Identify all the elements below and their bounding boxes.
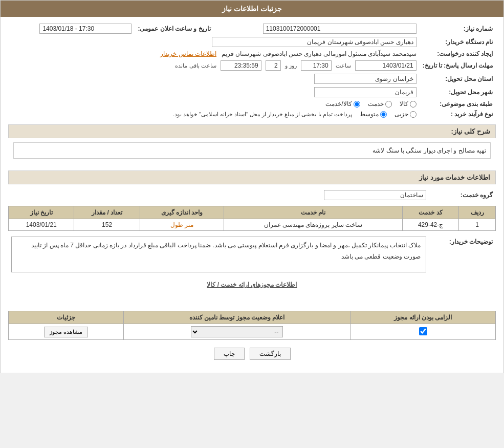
service-code: ج-42-429 (402, 219, 459, 231)
bottom-buttons: بازگشت چاپ (8, 348, 496, 360)
col-qty: تعداد / مقدار (74, 206, 140, 219)
col-unit: واحد اندازه گیری (140, 206, 224, 219)
purchase-type-jozi[interactable]: جزیی (395, 111, 417, 118)
perm-col-required: الزامی بودن ارائه مجوز (350, 311, 495, 324)
buyer-org-label: نام دستگاه خریدار: (420, 35, 496, 49)
deadline-days-display: 2 (266, 60, 281, 71)
category-kala-khedmat-label: کالا/خدمت (325, 100, 352, 108)
col-row: ردیف (459, 206, 496, 219)
need-description-container: تهیه مصالح و اجرای دیوار سنگی با سنگ لاش… (8, 142, 496, 165)
category-option-kala-khedmat[interactable]: کالا/خدمت (325, 100, 360, 108)
delivery-city-display: فریمان (314, 87, 417, 97)
delivery-city-label: شهر محل تحویل: (420, 86, 496, 99)
announce-date-display: 1403/01/18 - 17:30 (39, 24, 132, 34)
category-kala-label: کالا (400, 100, 408, 108)
need-number-value: 1103100172000001 (214, 22, 420, 35)
perm-required-checkbox[interactable] (419, 327, 427, 335)
perm-required-cell (350, 324, 495, 340)
category-options: کالا خدمت کالا/خدمت (11, 100, 417, 108)
creator-text: سیدمحمد سیدآبادی مسئول امورمالی دهیاری ح… (222, 50, 417, 57)
category-label: طبقه بندی موضوعی: (420, 99, 496, 109)
delivery-city-value: فریمان (8, 86, 420, 99)
need-description-section-title: شرح کلی نیاز: (8, 124, 496, 138)
purchase-type-value: جزیی متوسط پرداخت تمام یا بخشی از مبلغ خ… (8, 109, 420, 119)
purchase-type-options: جزیی متوسط پرداخت تمام یا بخشی از مبلغ خ… (11, 111, 417, 118)
buyer-org-value: دهیاری حسن ابادصوفی شهرستان فریمان (8, 35, 420, 49)
buyer-notes-table: توضیحات خریدار: ملاک انتخاب پیمانکار تکم… (8, 235, 496, 274)
service-group-display: ساختمان (324, 190, 426, 200)
perm-col-status: اعلام وضعیت مجوز توسط نامین کننده (123, 311, 350, 324)
purchase-type-label: نوع فرآیند خرید : (420, 109, 496, 119)
deadline-remaining-display: 23:35:59 (221, 60, 261, 71)
purchase-type-motavasset[interactable]: متوسط (360, 111, 387, 118)
deadline-time-label: ساعت (336, 62, 351, 69)
need-number-display: 1103100172000001 (263, 24, 417, 34)
remaining-label: ساعت باقی مانده (175, 62, 216, 69)
delivery-province-label: استان محل تحویل: (420, 72, 496, 86)
purchase-type-radio-motavasset[interactable] (380, 111, 387, 118)
services-section-title: اطلاعات خدمات مورد نیاز (8, 170, 496, 184)
permissions-section-title: اطلاعات مجوزهای ارائه خدمت / کالا (8, 278, 496, 291)
category-radio-kala[interactable] (410, 101, 417, 108)
buyer-notes-value: ملاک انتخاب پیمانکار تکمیل ،مهر و امضا و… (8, 235, 429, 274)
page-title: جزئیات اطلاعات نیاز (222, 5, 282, 13)
perm-details-cell: مشاهده مجوز (9, 324, 124, 340)
category-khedmat-label: خدمت (368, 100, 384, 108)
creator-value: سیدمحمد سیدآبادی مسئول امورمالی دهیاری ح… (8, 49, 420, 59)
category-radio-khedmat[interactable] (385, 101, 392, 108)
basic-info-table: شماره نیاز: 1103100172000001 تاریخ و ساع… (8, 22, 496, 119)
back-button[interactable]: بازگشت (250, 348, 291, 360)
service-date: 1403/01/21 (9, 219, 74, 231)
deadline-row: 1403/01/21 ساعت 17:30 روز و 2 23:35:59 س… (8, 59, 420, 72)
service-qty: 152 (74, 219, 140, 231)
page-wrapper: جزئیات اطلاعات نیاز شماره نیاز: 11031001… (0, 0, 504, 373)
category-radio-kala-khedmat[interactable] (354, 101, 360, 108)
category-radio-group: کالا خدمت کالا/خدمت (8, 99, 420, 109)
deadline-label: مهلت ارسال پاسخ: تا تاریخ: (420, 59, 496, 72)
permissions-link[interactable]: اطلاعات مجوزهای ارائه خدمت / کالا (207, 281, 297, 288)
perm-col-details: جزئیات (9, 311, 124, 324)
main-content: شماره نیاز: 1103100172000001 تاریخ و ساع… (1, 17, 503, 373)
service-row-num: 1 (459, 219, 496, 231)
announce-date-value: 1403/01/18 - 17:30 (8, 22, 135, 35)
purchase-motavasset-label: متوسط (360, 111, 379, 118)
category-option-khedmat[interactable]: خدمت (368, 100, 392, 108)
announce-date-label: تاریخ و ساعت اعلان عمومی: (135, 22, 213, 35)
deadline-days-label: روز و (285, 62, 297, 69)
services-data-table: ردیف کد خدمت نام خدمت واحد اندازه گیری ت… (8, 206, 496, 231)
category-option-kala[interactable]: کالا (400, 100, 417, 108)
service-group-value: ساختمان (8, 188, 429, 202)
col-name: نام خدمت (224, 206, 403, 219)
service-name: ساخت سایر پروژه‌های مهندسی عمران (224, 219, 403, 231)
permission-row: -- مشاهده مجوز (9, 324, 496, 340)
purchase-type-note: پرداخت تمام یا بخشی از مبلغ خریدار از مح… (173, 111, 352, 118)
perm-status-cell: -- (123, 324, 350, 340)
buyer-notes-display: ملاک انتخاب پیمانکار تکمیل ،مهر و امضا و… (11, 237, 426, 272)
service-table-row: 1 ج-42-429 ساخت سایر پروژه‌های مهندسی عم… (9, 219, 496, 231)
col-code: کد خدمت (402, 206, 459, 219)
deadline-time-display: 17:30 (301, 60, 332, 71)
spacer (8, 291, 496, 307)
service-unit: متر طول (140, 219, 224, 231)
delivery-province-display: خراسان رضوی (314, 74, 417, 84)
page-header: جزئیات اطلاعات نیاز (1, 1, 503, 17)
creator-contact-link[interactable]: اطلاعات تماس خریدار (160, 50, 216, 57)
need-description-text: تهیه مصالح و اجرای دیوار سنگی با سنگ لاش… (372, 147, 486, 154)
buyer-org-display: دهیاری حسن ابادصوفی شهرستان فریمان (212, 37, 417, 47)
view-permission-button[interactable]: مشاهده مجوز (44, 327, 88, 337)
purchase-type-radio-jozi[interactable] (410, 111, 417, 118)
print-button[interactable]: چاپ (214, 348, 245, 360)
need-description-box: تهیه مصالح و اجرای دیوار سنگی با سنگ لاش… (13, 142, 491, 159)
perm-status-select[interactable]: -- (191, 326, 283, 337)
delivery-province-value: خراسان رضوی (8, 72, 420, 86)
service-group-table: گروه خدمت: ساختمان (8, 188, 496, 202)
col-date: تاریخ نیاز (9, 206, 74, 219)
purchase-jozi-label: جزیی (395, 111, 408, 118)
creator-label: ایجاد کننده درخواست: (420, 49, 496, 59)
service-group-label: گروه خدمت: (429, 188, 496, 202)
permissions-data-table: الزامی بودن ارائه مجوز اعلام وضعیت مجوز … (8, 311, 496, 340)
deadline-date-row: 1403/01/21 ساعت 17:30 روز و 2 23:35:59 س… (11, 60, 417, 71)
deadline-date-display: 1403/01/21 (355, 60, 417, 71)
need-number-label: شماره نیاز: (420, 22, 496, 35)
buyer-notes-label: توضیحات خریدار: (429, 235, 496, 274)
